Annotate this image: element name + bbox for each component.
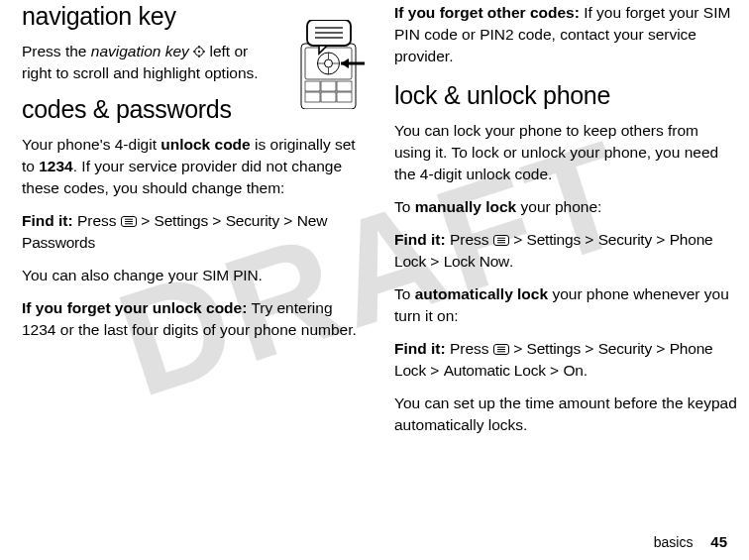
svg-point-3 xyxy=(325,59,333,67)
svg-rect-10 xyxy=(337,81,352,91)
svg-rect-9 xyxy=(321,81,336,91)
find-it-lock-now: Find it: Press > Settings > Security > P… xyxy=(394,229,739,273)
phone-illustration xyxy=(289,20,367,109)
svg-point-24 xyxy=(193,51,195,53)
footer-section-label: basics xyxy=(654,534,694,550)
forget-unlock-paragraph: If you forget your unlock code: Try ente… xyxy=(22,297,367,341)
codes-paragraph-1: Your phone's 4-digit unlock code is orig… xyxy=(22,134,367,199)
menu-key-icon xyxy=(493,339,509,350)
menu-key-icon xyxy=(121,211,137,222)
keypad-lock-time-paragraph: You can set up the time amount before th… xyxy=(394,392,739,436)
svg-rect-11 xyxy=(305,92,320,102)
forget-other-paragraph: If you forget other codes: If you forget… xyxy=(394,2,739,67)
automatically-lock-line: To automatically lock your phone wheneve… xyxy=(394,283,739,327)
svg-rect-8 xyxy=(305,81,320,91)
lock-paragraph-1: You can lock your phone to keep others f… xyxy=(394,120,739,185)
page-footer: basics 45 xyxy=(654,533,727,550)
find-it-automatic-lock: Find it: Press > Settings > Security > P… xyxy=(394,338,739,382)
right-column: If you forget other codes: If you forget… xyxy=(394,0,739,447)
manually-lock-line: To manually lock your phone: xyxy=(394,196,739,218)
page-content: navigation key Press the navigation key … xyxy=(0,0,749,447)
page-number: 45 xyxy=(710,533,727,550)
svg-point-21 xyxy=(198,51,200,53)
find-it-new-passwords: Find it: Press > Settings > Security > N… xyxy=(22,210,367,254)
nav-key-icon xyxy=(193,42,205,54)
heading-lock-unlock: lock & unlock phone xyxy=(394,81,739,110)
svg-point-22 xyxy=(198,46,200,48)
svg-point-23 xyxy=(198,56,200,57)
svg-rect-12 xyxy=(321,92,336,102)
navigation-key-term: navigation key xyxy=(91,43,193,59)
left-column: navigation key Press the navigation key … xyxy=(22,0,367,447)
menu-key-icon xyxy=(493,230,509,241)
sim-pin-paragraph: You can also change your SIM PIN. xyxy=(22,265,367,286)
svg-rect-13 xyxy=(337,92,352,102)
